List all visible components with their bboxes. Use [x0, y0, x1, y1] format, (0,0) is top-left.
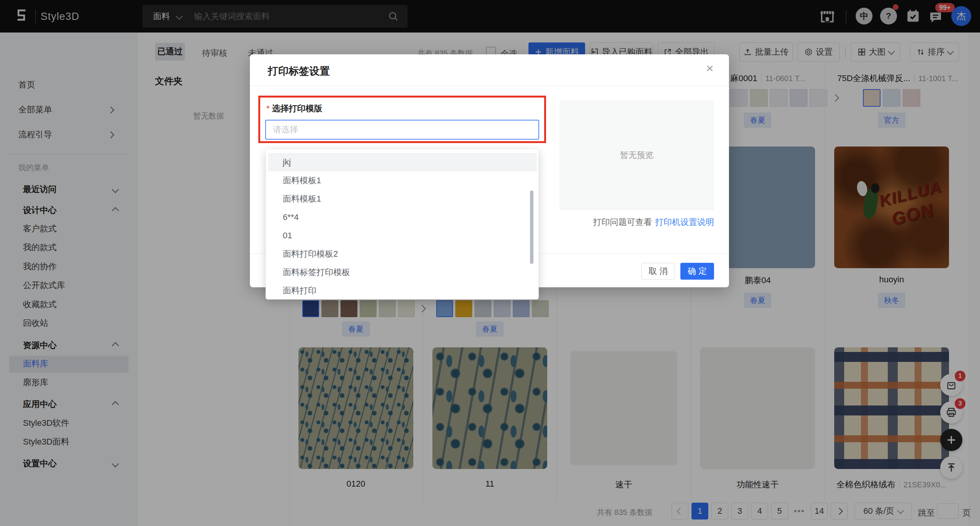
- dropdown-option[interactable]: 面料模板1: [268, 171, 537, 190]
- dropdown-scrollbar[interactable]: [530, 191, 533, 264]
- dropdown-option[interactable]: 面料模板1: [268, 190, 537, 208]
- dropdown-option[interactable]: 01: [268, 226, 537, 245]
- printer-setup-link[interactable]: 打印机设置说明: [655, 217, 714, 228]
- close-icon[interactable]: ×: [702, 60, 717, 76]
- label-preview-panel: 暂无预览: [559, 100, 714, 210]
- printer-help-text: 打印问题可查看: [593, 217, 652, 228]
- dropdown-option[interactable]: 面料打印: [268, 282, 537, 300]
- dropdown-option[interactable]: 面料标签打印模板: [268, 263, 537, 282]
- template-options-dropdown: jkj 面料模板1 面料模板1 6**4 01 面料打印模板2 面料标签打印模板…: [266, 149, 539, 300]
- confirm-button[interactable]: 确 定: [680, 263, 714, 280]
- dialog-header-divider: [250, 86, 729, 86]
- select-template-label: 选择打印模版: [272, 103, 323, 114]
- preview-empty-text: 暂无预览: [620, 150, 654, 161]
- print-template-select[interactable]: [265, 120, 539, 140]
- annotation-red-box: * 选择打印模版: [258, 96, 546, 143]
- cancel-button[interactable]: 取 消: [641, 263, 675, 280]
- field-label-row: * 选择打印模版: [266, 103, 323, 114]
- dropdown-option[interactable]: 面料打印模板2: [268, 245, 537, 263]
- printer-help-row: 打印问题可查看 打印机设置说明: [559, 217, 714, 228]
- dropdown-option[interactable]: jkj: [268, 153, 537, 171]
- dialog-title: 打印标签设置: [268, 64, 330, 78]
- dropdown-option[interactable]: 6**4: [268, 208, 537, 226]
- required-asterisk: *: [266, 104, 270, 114]
- app-root: Style3D 面料 中 ? 99+ 杰 首页 全部菜单 流程引导: [0, 0, 980, 526]
